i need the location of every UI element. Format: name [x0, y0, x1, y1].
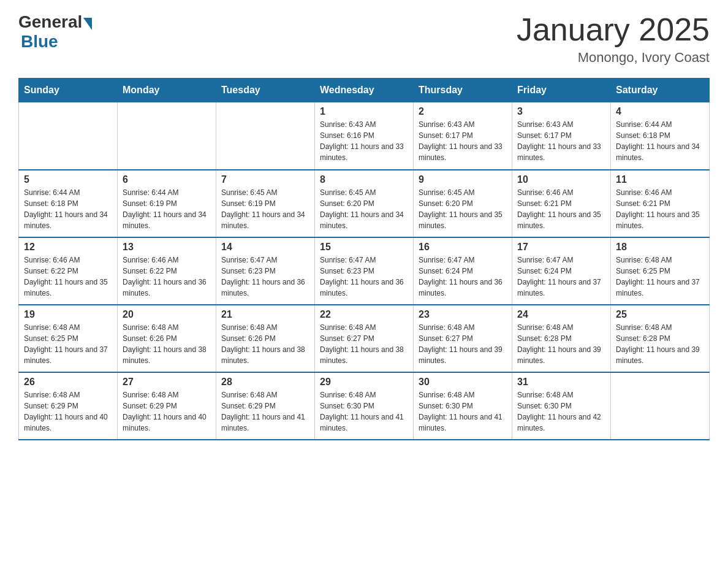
day-info: Sunrise: 6:44 AM Sunset: 6:18 PM Dayligh…: [24, 187, 112, 231]
day-info: Sunrise: 6:44 AM Sunset: 6:18 PM Dayligh…: [616, 119, 704, 163]
calendar-cell: 12Sunrise: 6:46 AM Sunset: 6:22 PM Dayli…: [19, 237, 118, 305]
day-info: Sunrise: 6:46 AM Sunset: 6:21 PM Dayligh…: [517, 187, 605, 231]
calendar-cell: 18Sunrise: 6:48 AM Sunset: 6:25 PM Dayli…: [611, 237, 710, 305]
calendar-cell: 16Sunrise: 6:47 AM Sunset: 6:24 PM Dayli…: [414, 237, 512, 305]
day-info: Sunrise: 6:47 AM Sunset: 6:24 PM Dayligh…: [419, 255, 507, 299]
calendar-cell: 9Sunrise: 6:45 AM Sunset: 6:20 PM Daylig…: [414, 170, 512, 237]
day-number: 16: [419, 242, 507, 253]
calendar-cell: 1Sunrise: 6:43 AM Sunset: 6:16 PM Daylig…: [315, 102, 414, 170]
calendar-cell: [118, 102, 216, 170]
calendar-cell: 4Sunrise: 6:44 AM Sunset: 6:18 PM Daylig…: [611, 102, 710, 170]
day-number: 2: [419, 106, 507, 117]
day-number: 7: [221, 174, 309, 185]
day-info: Sunrise: 6:43 AM Sunset: 6:17 PM Dayligh…: [419, 119, 507, 163]
calendar-cell: [19, 102, 118, 170]
day-info: Sunrise: 6:45 AM Sunset: 6:19 PM Dayligh…: [221, 187, 309, 231]
calendar-cell: 30Sunrise: 6:48 AM Sunset: 6:30 PM Dayli…: [414, 372, 512, 440]
logo: General Blue: [18, 12, 92, 52]
calendar-cell: 20Sunrise: 6:48 AM Sunset: 6:26 PM Dayli…: [118, 305, 216, 372]
calendar-cell: 13Sunrise: 6:46 AM Sunset: 6:22 PM Dayli…: [118, 237, 216, 305]
day-info: Sunrise: 6:47 AM Sunset: 6:23 PM Dayligh…: [320, 255, 408, 299]
calendar-cell: 28Sunrise: 6:48 AM Sunset: 6:29 PM Dayli…: [216, 372, 315, 440]
day-info: Sunrise: 6:46 AM Sunset: 6:21 PM Dayligh…: [616, 187, 704, 231]
day-number: 20: [123, 309, 211, 320]
day-number: 31: [517, 377, 605, 388]
calendar-cell: 27Sunrise: 6:48 AM Sunset: 6:29 PM Dayli…: [118, 372, 216, 440]
calendar-week-row: 26Sunrise: 6:48 AM Sunset: 6:29 PM Dayli…: [19, 372, 710, 440]
calendar-day-header: Tuesday: [216, 79, 315, 102]
calendar-table: SundayMondayTuesdayWednesdayThursdayFrid…: [18, 78, 710, 440]
day-number: 6: [123, 174, 211, 185]
calendar-week-row: 1Sunrise: 6:43 AM Sunset: 6:16 PM Daylig…: [19, 102, 710, 170]
day-info: Sunrise: 6:48 AM Sunset: 6:29 PM Dayligh…: [221, 389, 309, 434]
day-number: 22: [320, 309, 408, 320]
day-info: Sunrise: 6:48 AM Sunset: 6:29 PM Dayligh…: [24, 389, 112, 434]
day-info: Sunrise: 6:48 AM Sunset: 6:30 PM Dayligh…: [419, 389, 507, 434]
calendar-day-header: Monday: [118, 79, 216, 102]
day-number: 3: [517, 106, 605, 117]
calendar-cell: 21Sunrise: 6:48 AM Sunset: 6:26 PM Dayli…: [216, 305, 315, 372]
calendar-week-row: 12Sunrise: 6:46 AM Sunset: 6:22 PM Dayli…: [19, 237, 710, 305]
day-info: Sunrise: 6:43 AM Sunset: 6:16 PM Dayligh…: [320, 119, 408, 163]
calendar-day-header: Wednesday: [315, 79, 414, 102]
day-info: Sunrise: 6:44 AM Sunset: 6:19 PM Dayligh…: [123, 187, 211, 231]
day-number: 19: [24, 309, 112, 320]
calendar-cell: 24Sunrise: 6:48 AM Sunset: 6:28 PM Dayli…: [512, 305, 611, 372]
calendar-week-row: 19Sunrise: 6:48 AM Sunset: 6:25 PM Dayli…: [19, 305, 710, 372]
day-info: Sunrise: 6:48 AM Sunset: 6:28 PM Dayligh…: [517, 322, 605, 366]
day-number: 10: [517, 174, 605, 185]
calendar-cell: 11Sunrise: 6:46 AM Sunset: 6:21 PM Dayli…: [611, 170, 710, 237]
day-info: Sunrise: 6:48 AM Sunset: 6:25 PM Dayligh…: [24, 322, 112, 366]
day-number: 25: [616, 309, 704, 320]
day-info: Sunrise: 6:48 AM Sunset: 6:30 PM Dayligh…: [320, 389, 408, 434]
calendar-cell: 7Sunrise: 6:45 AM Sunset: 6:19 PM Daylig…: [216, 170, 315, 237]
day-number: 26: [24, 377, 112, 388]
calendar-cell: 15Sunrise: 6:47 AM Sunset: 6:23 PM Dayli…: [315, 237, 414, 305]
day-number: 13: [123, 242, 211, 253]
calendar-cell: [611, 372, 710, 440]
day-number: 30: [419, 377, 507, 388]
day-number: 18: [616, 242, 704, 253]
calendar-cell: 19Sunrise: 6:48 AM Sunset: 6:25 PM Dayli…: [19, 305, 118, 372]
day-info: Sunrise: 6:48 AM Sunset: 6:26 PM Dayligh…: [221, 322, 309, 366]
calendar-cell: 25Sunrise: 6:48 AM Sunset: 6:28 PM Dayli…: [611, 305, 710, 372]
calendar-day-header: Friday: [512, 79, 611, 102]
day-number: 14: [221, 242, 309, 253]
day-number: 5: [24, 174, 112, 185]
title-area: January 2025 Monongo, Ivory Coast: [517, 12, 710, 66]
day-number: 29: [320, 377, 408, 388]
calendar-cell: 5Sunrise: 6:44 AM Sunset: 6:18 PM Daylig…: [19, 170, 118, 237]
day-info: Sunrise: 6:48 AM Sunset: 6:27 PM Dayligh…: [320, 322, 408, 366]
calendar-cell: 14Sunrise: 6:47 AM Sunset: 6:23 PM Dayli…: [216, 237, 315, 305]
day-info: Sunrise: 6:47 AM Sunset: 6:23 PM Dayligh…: [221, 255, 309, 299]
calendar-cell: 17Sunrise: 6:47 AM Sunset: 6:24 PM Dayli…: [512, 237, 611, 305]
day-number: 23: [419, 309, 507, 320]
day-info: Sunrise: 6:48 AM Sunset: 6:28 PM Dayligh…: [616, 322, 704, 366]
calendar-title: January 2025: [517, 12, 710, 47]
day-number: 21: [221, 309, 309, 320]
day-info: Sunrise: 6:48 AM Sunset: 6:25 PM Dayligh…: [616, 255, 704, 299]
day-number: 11: [616, 174, 704, 185]
day-info: Sunrise: 6:45 AM Sunset: 6:20 PM Dayligh…: [320, 187, 408, 231]
logo-blue-text: Blue: [21, 32, 58, 52]
calendar-cell: 31Sunrise: 6:48 AM Sunset: 6:30 PM Dayli…: [512, 372, 611, 440]
logo-general-text: General: [18, 12, 82, 32]
calendar-cell: 2Sunrise: 6:43 AM Sunset: 6:17 PM Daylig…: [414, 102, 512, 170]
day-number: 12: [24, 242, 112, 253]
day-info: Sunrise: 6:46 AM Sunset: 6:22 PM Dayligh…: [123, 255, 211, 299]
day-info: Sunrise: 6:48 AM Sunset: 6:30 PM Dayligh…: [517, 389, 605, 434]
calendar-cell: 22Sunrise: 6:48 AM Sunset: 6:27 PM Dayli…: [315, 305, 414, 372]
logo-arrow-icon: [83, 18, 92, 30]
calendar-day-header: Saturday: [611, 79, 710, 102]
day-info: Sunrise: 6:47 AM Sunset: 6:24 PM Dayligh…: [517, 255, 605, 299]
calendar-cell: [216, 102, 315, 170]
day-number: 27: [123, 377, 211, 388]
day-info: Sunrise: 6:43 AM Sunset: 6:17 PM Dayligh…: [517, 119, 605, 163]
day-number: 28: [221, 377, 309, 388]
calendar-cell: 23Sunrise: 6:48 AM Sunset: 6:27 PM Dayli…: [414, 305, 512, 372]
calendar-day-header: Thursday: [414, 79, 512, 102]
day-number: 24: [517, 309, 605, 320]
calendar-cell: 26Sunrise: 6:48 AM Sunset: 6:29 PM Dayli…: [19, 372, 118, 440]
day-number: 15: [320, 242, 408, 253]
day-info: Sunrise: 6:48 AM Sunset: 6:29 PM Dayligh…: [123, 389, 211, 434]
